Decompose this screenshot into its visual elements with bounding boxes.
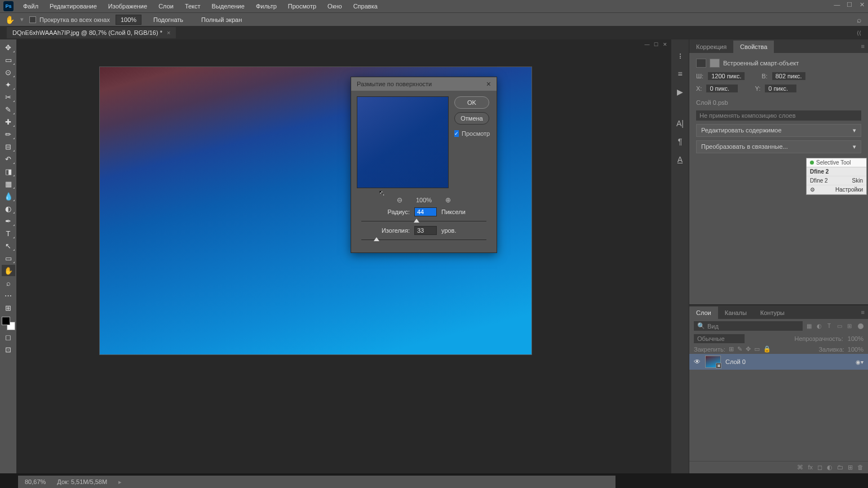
search-icon[interactable]: ⌕ — [857, 15, 861, 24]
radius-slider[interactable] — [361, 221, 486, 221]
menu-window[interactable]: Окно — [322, 1, 347, 11]
smart-filter-icon[interactable]: ◉▾ — [856, 359, 863, 365]
doc-maximize-icon[interactable]: ☐ — [653, 42, 659, 48]
marquee-tool[interactable]: ▭ — [2, 54, 15, 65]
zoom-tool[interactable]: ⌕ — [2, 277, 15, 289]
radius-input[interactable]: 44 — [414, 207, 437, 216]
maximize-icon[interactable]: ☐ — [845, 1, 853, 9]
lock-pixels-icon[interactable]: ✎ — [737, 345, 742, 353]
tab-correction[interactable]: Коррекция — [689, 41, 733, 53]
edit-contents-button[interactable]: Редактировать содержимое▾ — [696, 124, 861, 137]
history-brush-tool[interactable]: ↶ — [2, 153, 15, 165]
stamp-tool[interactable]: ⊟ — [2, 141, 15, 152]
lock-position-icon[interactable]: ✥ — [746, 345, 751, 353]
brush-tool[interactable]: ✏ — [2, 128, 15, 140]
lock-artboard-icon[interactable]: ▭ — [754, 345, 760, 353]
crop-tool[interactable]: ✂ — [2, 91, 15, 103]
dialog-close-icon[interactable]: × — [486, 79, 491, 88]
wand-tool[interactable]: ✦ — [2, 79, 15, 90]
menu-text[interactable]: Текст — [180, 1, 206, 11]
fullscreen-button[interactable]: Полный экран — [195, 14, 248, 25]
fit-button[interactable]: Подогнать — [147, 14, 189, 25]
opacity-value[interactable]: 100% — [848, 335, 863, 342]
zoom-out-icon[interactable]: ⊖ — [397, 196, 402, 204]
doc-close-icon[interactable]: ✕ — [662, 42, 668, 48]
filter-adjust-icon[interactable]: ◐ — [815, 322, 823, 330]
dock-character-icon[interactable]: A| — [674, 118, 687, 128]
lock-all-icon[interactable]: ⊞ — [729, 345, 734, 353]
status-zoom[interactable]: 80,67% — [25, 478, 46, 485]
scroll-all-checkbox[interactable]: Прокрутка во всех окнах — [29, 16, 110, 23]
filter-text-icon[interactable]: T — [825, 322, 833, 330]
zoom-display[interactable]: 100% — [116, 15, 141, 25]
menu-view[interactable]: Просмотр — [283, 1, 321, 11]
close-icon[interactable]: ✕ — [858, 1, 866, 9]
eraser-tool[interactable]: ◨ — [2, 166, 15, 177]
filter-shape-icon[interactable]: ▭ — [835, 322, 843, 330]
edit-toolbar[interactable]: ⊞ — [2, 302, 15, 313]
filter-toggle[interactable] — [858, 323, 863, 329]
menu-help[interactable]: Справка — [348, 1, 383, 11]
heal-tool[interactable]: ✚ — [2, 116, 15, 127]
zoom-in-icon[interactable]: ⊕ — [445, 196, 451, 204]
hand-tool[interactable]: ✋ — [2, 265, 15, 276]
convert-linked-button[interactable]: Преобразовать в связанные...▾ — [696, 140, 861, 153]
dock-paragraph-icon[interactable]: ≡ — [674, 69, 687, 79]
height-value[interactable]: 802 пикс. — [772, 72, 805, 80]
more-tools[interactable]: ⋯ — [2, 290, 15, 301]
blur-tool[interactable]: 💧 — [2, 190, 15, 202]
tab-channels[interactable]: Каналы — [718, 307, 754, 319]
pen-tool[interactable]: ✒ — [2, 215, 15, 227]
menu-filter[interactable]: Фильтр — [251, 1, 282, 11]
group-icon[interactable]: 🗀 — [837, 464, 843, 471]
isohelia-input[interactable]: 33 — [414, 226, 437, 235]
tab-layers[interactable]: Слои — [689, 307, 718, 319]
comp-dropdown[interactable]: Не применять композицию слоев — [696, 110, 861, 121]
minimize-icon[interactable]: — — [833, 1, 841, 9]
color-swatches[interactable] — [2, 317, 15, 330]
screenmode-tool[interactable]: ⊡ — [2, 344, 15, 355]
tab-paths[interactable]: Контуры — [754, 307, 791, 319]
layers-menu-icon[interactable]: ≡ — [861, 309, 865, 316]
adjustment-icon[interactable]: ◐ — [827, 464, 832, 471]
doc-minimize-icon[interactable]: — — [644, 42, 650, 48]
eyedropper-tool[interactable]: ✎ — [2, 104, 15, 115]
layer-filter-dropdown[interactable]: 🔍 Вид — [694, 321, 803, 331]
dock-glyphs-icon[interactable]: A — [674, 154, 687, 165]
layer-thumbnail[interactable]: ▣ — [705, 356, 721, 368]
mask-icon[interactable]: ◻ — [817, 464, 822, 471]
status-docsize[interactable]: Док: 5,51M/5,58M — [57, 478, 107, 485]
dodge-tool[interactable]: ◐ — [2, 203, 15, 214]
preview-checkbox[interactable]: ✓ Просмотр — [454, 130, 489, 137]
document-tab[interactable]: DQnE6xhWAAAh7IP.jpg @ 80,7% (Слой 0, RGB… — [7, 27, 176, 38]
trash-icon[interactable]: 🗑 — [857, 464, 863, 471]
move-tool[interactable]: ✥ — [2, 42, 15, 53]
visibility-icon[interactable]: 👁 — [694, 358, 701, 366]
close-tab-icon[interactable]: × — [167, 29, 170, 36]
layer-row-0[interactable]: 👁 ▣ Слой 0 ◉▾ — [689, 354, 868, 370]
dock-play-icon[interactable]: ▶ — [674, 87, 687, 97]
dock-paragraph2-icon[interactable]: ¶ — [674, 136, 687, 147]
filter-pixel-icon[interactable]: ▦ — [805, 322, 813, 330]
menu-layers[interactable]: Слои — [153, 1, 179, 11]
dock-brushes-icon[interactable]: ⫶ — [674, 51, 687, 61]
blend-mode-dropdown[interactable]: Обычные — [694, 334, 745, 343]
gradient-tool[interactable]: ▦ — [2, 178, 15, 189]
link-layers-icon[interactable]: ⌘ — [797, 464, 803, 471]
collapse-panels-icon[interactable]: ⟨⟨ — [857, 30, 861, 36]
panel-menu-icon[interactable]: ≡ — [861, 43, 865, 50]
width-value[interactable]: 1200 пикс. — [708, 72, 745, 80]
lasso-tool[interactable]: ⊙ — [2, 66, 15, 78]
quickmask-tool[interactable]: ◻ — [2, 331, 15, 343]
x-value[interactable]: 0 пикс. — [706, 85, 738, 92]
menu-file[interactable]: Файл — [18, 1, 43, 11]
type-tool[interactable]: T — [2, 228, 15, 239]
fx-icon[interactable]: fx — [808, 464, 813, 471]
cancel-button[interactable]: Отмена — [454, 112, 489, 125]
path-select-tool[interactable]: ↖ — [2, 240, 15, 251]
dialog-preview[interactable] — [357, 96, 449, 188]
lock-icon[interactable]: 🔒 — [763, 345, 771, 353]
menu-select[interactable]: Выделение — [207, 1, 250, 11]
fill-value[interactable]: 100% — [848, 346, 863, 353]
tab-properties[interactable]: Свойства — [733, 41, 774, 53]
